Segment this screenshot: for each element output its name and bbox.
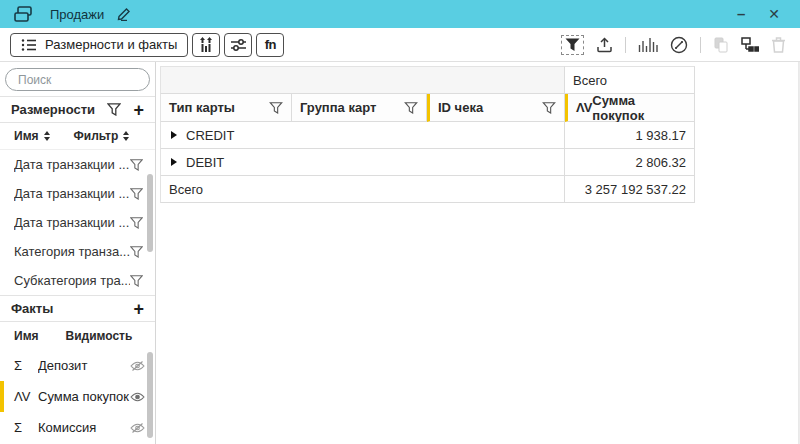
sort-filter-icon[interactable] [123, 131, 129, 141]
expand-icon[interactable] [171, 131, 177, 139]
dimension-item[interactable]: Категория транза... [0, 237, 155, 266]
pivot-header-row: Тип карты Группа карт ID чека [160, 94, 695, 122]
toolbar-divider [700, 37, 701, 53]
pivot-top-row: Всего [160, 66, 695, 94]
app-window-icon [14, 6, 33, 23]
bars-arrows-icon [198, 37, 214, 52]
column-label: Сумма покупок [592, 93, 686, 123]
dimension-label: Дата транзакции ... [14, 186, 130, 201]
filter-funnel-icon[interactable] [130, 159, 143, 171]
fact-label: Комиссия [38, 420, 130, 435]
fact-col-visibility-label[interactable]: Видимость [66, 329, 133, 343]
row-label-cell[interactable]: DEBIT [160, 149, 565, 176]
chart-icon[interactable] [638, 37, 658, 52]
dimension-label: Дата транзакции ... [14, 215, 130, 230]
average-icon: ΛV [14, 389, 38, 404]
fact-col-name-label[interactable]: Имя [14, 329, 39, 343]
fact-item-selected[interactable]: ΛV Сумма покупок [0, 381, 155, 412]
filter-funnel-icon[interactable] [130, 217, 143, 229]
minimize-button[interactable]: – [734, 6, 748, 22]
search-input[interactable] [5, 68, 150, 91]
hierarchy-icon[interactable] [741, 37, 759, 53]
dimensions-scrollbar[interactable] [147, 174, 153, 252]
fact-item[interactable]: Σ Депозит [0, 350, 155, 381]
total-row-label-cell: Всего [160, 176, 565, 203]
close-button[interactable]: ✕ [768, 7, 780, 21]
sum-icon: Σ [14, 358, 38, 373]
export-icon[interactable] [596, 37, 613, 53]
list-icon [21, 38, 37, 52]
pivot-table: Всего Тип карты Группа карт ID чека [160, 66, 695, 203]
toolbar-divider [625, 37, 626, 53]
column-filter-icon[interactable] [404, 102, 418, 114]
dimension-item[interactable]: Субкатегория тра... [0, 266, 155, 295]
pivot-data-row[interactable]: DEBIT 2 806.32 [160, 149, 695, 176]
facts-columns-header: Имя Видимость [0, 322, 155, 350]
sidebar: Размерности + Имя Фильтр Дата транзакции… [0, 62, 156, 444]
facts-scrollbar[interactable] [147, 352, 153, 438]
dimension-label: Субкатегория тра... [14, 273, 130, 288]
total-column-header[interactable]: Всего [565, 66, 695, 94]
column-header-receipt-id[interactable]: ID чека [427, 94, 565, 122]
column-header-card-type[interactable]: Тип карты [160, 94, 292, 122]
dim-col-filter-label[interactable]: Фильтр [74, 129, 119, 143]
toolbar: Размерности и факты fn [0, 28, 800, 62]
fn-icon: fn [265, 37, 276, 52]
fact-label: Сумма покупок [38, 389, 130, 404]
total-row-value-cell[interactable]: 3 257 192 537.22 [565, 176, 695, 203]
pivot-total-row[interactable]: Всего 3 257 192 537.22 [160, 176, 695, 203]
copy-icon [713, 37, 729, 53]
dimension-label: Категория транза... [14, 244, 130, 259]
add-dimension-button[interactable]: + [133, 101, 144, 119]
facts-section-header: Факты + [0, 295, 155, 322]
move-dimensions-button[interactable] [192, 33, 220, 57]
column-label: Группа карт [300, 100, 376, 115]
add-fact-button[interactable]: + [133, 300, 144, 318]
column-header-card-group[interactable]: Группа карт [292, 94, 427, 122]
dimension-item[interactable]: Дата транзакции ... [0, 208, 155, 237]
app-window: { "window": { "title": "Продажи", "minim… [0, 0, 800, 444]
dimension-item[interactable]: Дата транзакции ... [0, 150, 155, 179]
titlebar: Продажи – ✕ [0, 0, 800, 28]
filter-funnel-icon[interactable] [130, 246, 143, 258]
content: Размерности + Имя Фильтр Дата транзакции… [0, 62, 800, 444]
dimensions-title: Размерности [11, 102, 95, 117]
average-icon: ΛV [576, 100, 591, 115]
settings-button[interactable] [224, 33, 252, 57]
column-filter-icon[interactable] [269, 102, 283, 114]
expand-icon[interactable] [171, 158, 177, 166]
filter-button[interactable] [561, 35, 584, 55]
eye-off-icon[interactable] [130, 360, 145, 372]
dimensions-facts-button[interactable]: Размерности и факты [10, 33, 188, 57]
pivot-data-row[interactable]: CREDIT 1 938.17 [160, 122, 695, 149]
fact-item[interactable]: Σ Комиссия [0, 412, 155, 443]
dimensions-filter-icon[interactable] [107, 103, 121, 116]
main-scrollbar-track[interactable] [798, 62, 799, 444]
dimensions-columns-header: Имя Фильтр [0, 123, 155, 150]
facts-title: Факты [11, 301, 53, 316]
trash-icon [771, 37, 786, 53]
dimension-item[interactable]: Дата транзакции ... [0, 179, 155, 208]
sum-icon: Σ [14, 420, 38, 435]
row-value-cell[interactable]: 2 806.32 [565, 149, 695, 176]
sort-name-icon[interactable] [44, 131, 50, 141]
function-button[interactable]: fn [256, 33, 284, 57]
total-row-label: Всего [169, 182, 203, 197]
column-filter-icon[interactable] [542, 102, 556, 114]
row-value-cell[interactable]: 1 938.17 [565, 122, 695, 149]
dim-col-name-label[interactable]: Имя [14, 129, 39, 143]
row-label: CREDIT [186, 128, 234, 143]
eye-off-icon[interactable] [130, 422, 145, 434]
window-title: Продажи [50, 7, 104, 22]
gauge-icon[interactable] [670, 36, 688, 54]
eye-icon[interactable] [130, 391, 145, 403]
filter-funnel-icon[interactable] [130, 275, 143, 287]
toolbar-right [561, 35, 790, 55]
dimensions-section-header: Размерности + [0, 96, 155, 123]
facts-list: Σ Депозит ΛV Сумма покупок [0, 350, 155, 444]
row-label-cell[interactable]: CREDIT [160, 122, 565, 149]
row-label: DEBIT [186, 155, 224, 170]
filter-funnel-icon[interactable] [130, 188, 143, 200]
column-header-purchase-sum[interactable]: ΛV Сумма покупок [565, 94, 695, 122]
edit-title-icon[interactable] [115, 7, 131, 21]
